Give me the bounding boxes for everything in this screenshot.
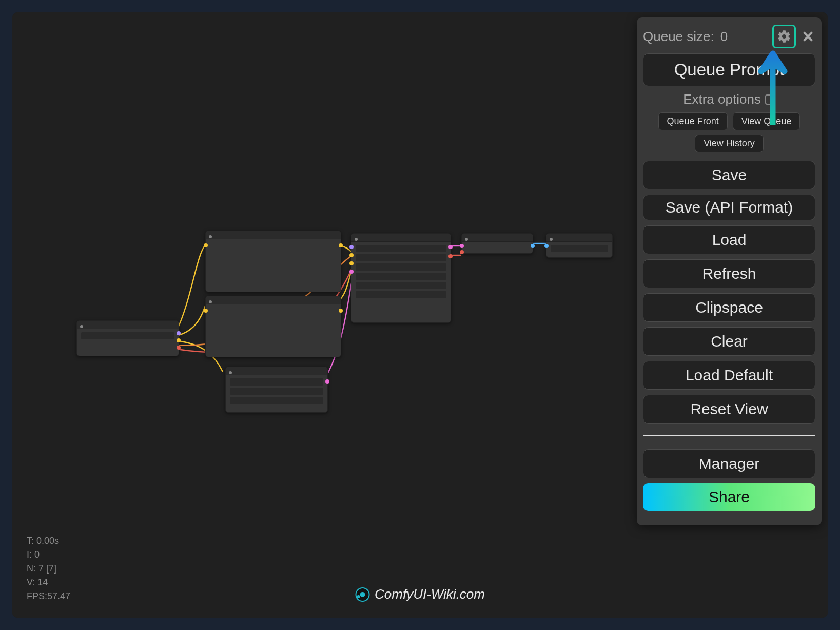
view-history-button[interactable]: View History bbox=[695, 135, 764, 152]
node-clip-text-positive[interactable] bbox=[205, 231, 341, 292]
extra-options-row: Extra options bbox=[643, 91, 815, 107]
extra-options-checkbox[interactable] bbox=[765, 94, 775, 105]
node-titlebar[interactable] bbox=[462, 234, 533, 242]
save-button[interactable]: Save bbox=[643, 161, 815, 189]
save-api-button[interactable]: Save (API Format) bbox=[643, 195, 815, 220]
queue-size-value: 0 bbox=[720, 29, 728, 45]
watermark-logo-icon bbox=[355, 587, 369, 602]
node-titlebar[interactable] bbox=[77, 321, 179, 329]
stat-nodes: N: 7 [7] bbox=[27, 562, 70, 576]
node-titlebar[interactable] bbox=[546, 234, 612, 242]
node-titlebar[interactable] bbox=[206, 296, 341, 304]
stat-fps: FPS:57.47 bbox=[27, 589, 70, 603]
share-button[interactable]: Share bbox=[643, 483, 815, 511]
reset-view-button[interactable]: Reset View bbox=[643, 395, 815, 424]
manager-button[interactable]: Manager bbox=[643, 449, 815, 478]
node-ksampler[interactable] bbox=[351, 233, 451, 323]
queue-size-label: Queue size: bbox=[643, 29, 714, 45]
watermark: ComfyUI-Wiki.com bbox=[355, 586, 485, 602]
load-button[interactable]: Load bbox=[643, 225, 815, 254]
close-panel-button[interactable]: ✕ bbox=[800, 29, 815, 44]
queue-buttons-row: Queue Front View Queue bbox=[643, 112, 815, 130]
stat-iterations: I: 0 bbox=[27, 548, 70, 562]
clear-button[interactable]: Clear bbox=[643, 327, 815, 356]
queue-prompt-button[interactable]: Queue Prompt bbox=[643, 53, 815, 86]
node-load-checkpoint[interactable] bbox=[76, 320, 179, 356]
close-icon: ✕ bbox=[802, 28, 814, 46]
node-vae-decode[interactable] bbox=[461, 233, 533, 254]
node-titlebar[interactable] bbox=[206, 231, 341, 239]
extra-options-label: Extra options bbox=[683, 91, 761, 107]
app-window: Queue size: 0 ✕ Queue Prompt Extra optio… bbox=[12, 12, 828, 618]
outer-frame: Queue size: 0 ✕ Queue Prompt Extra optio… bbox=[0, 0, 840, 630]
canvas-stats: T: 0.00s I: 0 N: 7 [7] V: 14 FPS:57.47 bbox=[27, 534, 70, 603]
node-clip-text-negative[interactable] bbox=[205, 296, 341, 357]
stat-v: V: 14 bbox=[27, 576, 70, 589]
panel-divider bbox=[643, 435, 815, 436]
watermark-text: ComfyUI-Wiki.com bbox=[375, 586, 485, 602]
control-panel: Queue size: 0 ✕ Queue Prompt Extra optio… bbox=[637, 17, 822, 525]
queue-front-button[interactable]: Queue Front bbox=[658, 112, 728, 130]
refresh-button[interactable]: Refresh bbox=[643, 259, 815, 288]
node-titlebar[interactable] bbox=[226, 367, 327, 375]
node-empty-latent[interactable] bbox=[225, 367, 328, 413]
history-buttons-row: View History bbox=[643, 135, 815, 152]
node-save-image[interactable] bbox=[546, 233, 613, 258]
gear-icon bbox=[777, 29, 791, 44]
clipspace-button[interactable]: Clipspace bbox=[643, 293, 815, 322]
load-default-button[interactable]: Load Default bbox=[643, 361, 815, 390]
stat-time: T: 0.00s bbox=[27, 534, 70, 548]
view-queue-button[interactable]: View Queue bbox=[733, 112, 800, 130]
panel-header: Queue size: 0 ✕ bbox=[643, 25, 815, 48]
node-titlebar[interactable] bbox=[351, 234, 451, 242]
settings-button[interactable] bbox=[772, 25, 796, 48]
